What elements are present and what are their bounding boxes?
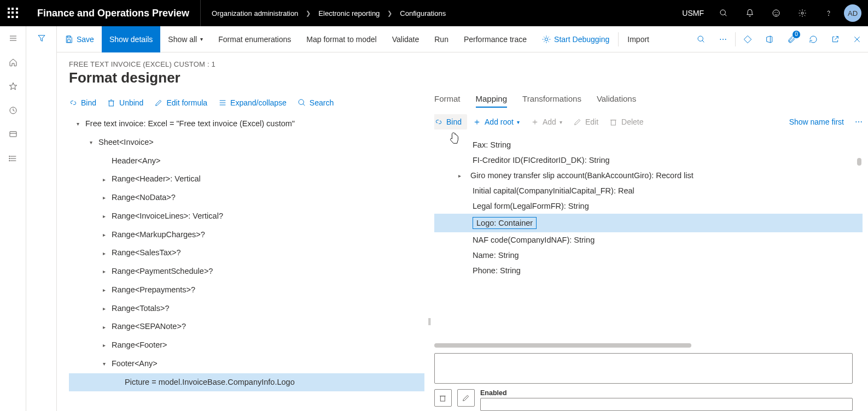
notifications-icon[interactable] — [737, 0, 763, 26]
user-avatar[interactable]: AD — [844, 4, 861, 22]
filter-icon[interactable] — [37, 34, 46, 411]
run-button[interactable]: Run — [427, 26, 456, 52]
caret-right-icon[interactable]: ▸ — [101, 267, 107, 275]
modules-icon[interactable] — [8, 153, 19, 164]
settings-icon[interactable] — [789, 0, 815, 26]
tree-row[interactable]: Picture = model.InvoiceBase.CompanyInfo.… — [69, 373, 424, 392]
caret-down-icon[interactable]: ▾ — [74, 120, 81, 128]
tree-row[interactable]: ▸Range<MarkupCharges>? — [69, 226, 424, 244]
tree-row[interactable]: Header<Any> — [69, 152, 424, 171]
workspaces-icon[interactable] — [8, 129, 19, 140]
mapping-bind-button[interactable]: Bind — [434, 114, 467, 130]
mapping-row[interactable]: FI-Creditor ID(FICreditorID_DK): String — [434, 152, 863, 168]
delete-button: Delete — [609, 118, 643, 126]
tree-row[interactable]: ▸Range<NoData>? — [69, 189, 424, 207]
mapping-row[interactable]: Phone: String — [434, 263, 863, 278]
bind-button[interactable]: Bind — [69, 98, 96, 107]
caret-right-icon[interactable]: ▸ — [101, 304, 107, 313]
mapping-row[interactable]: Name: String — [434, 248, 863, 263]
tab-mapping[interactable]: Mapping — [476, 94, 508, 108]
tree-row[interactable]: ▾Free text invoice: Excel = "Free text i… — [69, 115, 424, 133]
svg-rect-22 — [67, 39, 70, 42]
tree-row[interactable]: ▸Range<InvoiceLines>: Vertical? — [69, 207, 424, 226]
toolbar-search-icon[interactable] — [690, 26, 712, 52]
home-icon[interactable] — [8, 57, 19, 68]
mapping-row[interactable]: Initial capital(CompanyInitialCapital_FR… — [434, 183, 863, 198]
show-all-button[interactable]: Show all ▾ — [160, 26, 211, 52]
scrollbar-thumb[interactable] — [857, 158, 861, 166]
tab-format[interactable]: Format — [434, 94, 461, 108]
caret-right-icon[interactable]: ▸ — [101, 286, 107, 294]
format-enumerations-button[interactable]: Format enumerations — [211, 26, 299, 52]
caret-right-icon[interactable]: ▸ — [101, 323, 107, 331]
app-launcher-button[interactable] — [0, 0, 26, 26]
tree-row[interactable]: ▾Sheet<Invoice> — [69, 133, 424, 152]
tree-row[interactable]: ▸Range<Prepayments>? — [69, 281, 424, 300]
tree-row[interactable]: ▸Range<SalesTax>? — [69, 244, 424, 262]
search-button[interactable]: Search — [298, 98, 334, 107]
import-button[interactable]: Import — [620, 26, 657, 52]
delete-formula-icon[interactable] — [434, 389, 452, 407]
caret-down-icon[interactable]: ▾ — [101, 360, 107, 368]
format-tree[interactable]: ▾Free text invoice: Excel = "Free text i… — [69, 115, 424, 411]
edit-formula-button[interactable]: Edit formula — [154, 98, 207, 107]
more-icon[interactable]: ⋯ — [712, 26, 734, 52]
mapping-row[interactable]: NAF code(CompanyIdNAF): String — [434, 232, 863, 248]
caret-right-icon[interactable]: ▸ — [101, 175, 107, 184]
tree-label: Range<Header>: Vertical — [112, 173, 201, 185]
breadcrumb-item[interactable]: Electronic reporting — [318, 9, 380, 17]
caret-right-icon[interactable]: ▸ — [458, 173, 465, 179]
enabled-input[interactable] — [480, 398, 853, 411]
unbind-button[interactable]: Unbind — [107, 98, 143, 107]
popout-icon[interactable] — [824, 26, 846, 52]
tree-label: Free text invoice: Excel = "Free text in… — [85, 118, 295, 130]
hamburger-icon[interactable] — [8, 33, 19, 44]
tab-validations[interactable]: Validations — [597, 94, 636, 108]
help-icon[interactable] — [815, 0, 842, 26]
search-icon[interactable] — [710, 0, 737, 26]
feedback-icon[interactable] — [763, 0, 789, 26]
tree-row[interactable]: ▾Footer<Any> — [69, 355, 424, 373]
show-name-first-button[interactable]: Show name first — [789, 118, 844, 126]
tree-row[interactable]: ▸Range<Totals>? — [69, 300, 424, 318]
tree-row[interactable]: ▸Range<Footer> — [69, 336, 424, 355]
caret-right-icon[interactable]: ▸ — [101, 193, 107, 202]
map-format-button[interactable]: Map format to model — [299, 26, 384, 52]
close-icon[interactable] — [846, 26, 868, 52]
caret-right-icon[interactable]: ▸ — [101, 249, 107, 257]
horizontal-scrollbar[interactable] — [434, 343, 863, 349]
mapping-row[interactable]: Logo: Container — [434, 214, 863, 232]
office-icon[interactable] — [759, 26, 780, 52]
mapping-row[interactable]: ▸Giro money transfer slip account(BankAc… — [434, 168, 863, 183]
breadcrumb-item[interactable]: Organization administration — [212, 9, 298, 17]
add-root-button[interactable]: ＋ Add root ▾ — [473, 118, 520, 126]
caret-right-icon[interactable]: ▸ — [101, 341, 107, 349]
caret-right-icon[interactable]: ▸ — [101, 231, 107, 239]
expand-collapse-button[interactable]: Expand/collapse — [218, 98, 287, 107]
tab-transformations[interactable]: Transformations — [522, 94, 581, 108]
mapping-more-icon[interactable]: ⋯ — [855, 118, 863, 126]
performance-trace-button[interactable]: Performance trace — [456, 26, 534, 52]
mapping-list[interactable]: Fax: StringFI-Creditor ID(FICreditorID_D… — [434, 137, 863, 341]
show-details-button[interactable]: Show details — [102, 26, 160, 52]
save-button[interactable]: Save — [57, 26, 102, 52]
attach-icon[interactable]: 0 — [780, 26, 802, 52]
formula-input[interactable] — [434, 353, 853, 384]
recent-icon[interactable] — [8, 105, 19, 116]
caret-down-icon[interactable]: ▾ — [88, 138, 94, 146]
validate-button[interactable]: Validate — [385, 26, 427, 52]
mapping-row[interactable]: Legal form(LegalFormFR): String — [434, 198, 863, 214]
start-debugging-button[interactable]: Start Debugging — [534, 26, 617, 52]
breadcrumb-item[interactable]: Configurations — [400, 9, 446, 17]
diamond-icon[interactable] — [737, 26, 759, 52]
company-label[interactable]: USMF — [675, 9, 710, 17]
favorites-icon[interactable] — [8, 81, 19, 92]
caret-right-icon[interactable]: ▸ — [101, 212, 107, 220]
splitter-handle[interactable]: ‖ — [424, 94, 434, 411]
mapping-row[interactable]: Fax: String — [434, 137, 863, 152]
edit-formula-icon[interactable] — [457, 389, 475, 407]
refresh-icon[interactable] — [802, 26, 824, 52]
tree-row[interactable]: ▸Range<SEPANote>? — [69, 318, 424, 336]
tree-row[interactable]: ▸Range<PaymentSchedule>? — [69, 262, 424, 281]
tree-row[interactable]: ▸Range<Header>: Vertical — [69, 170, 424, 189]
